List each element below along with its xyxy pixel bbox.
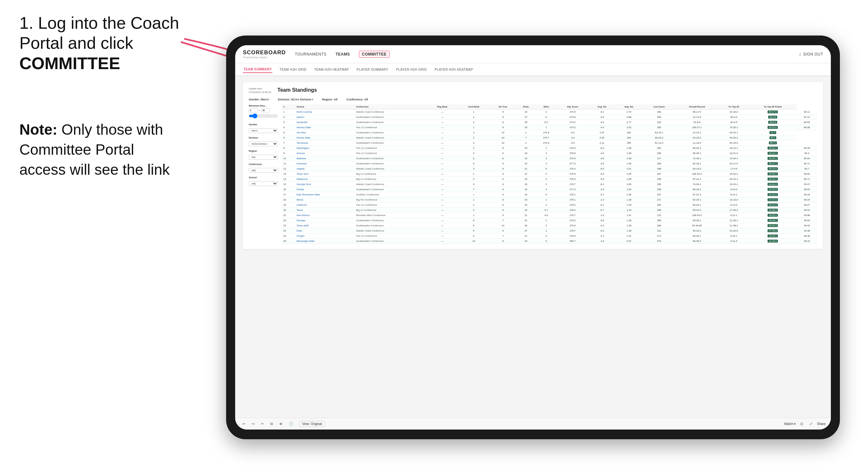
cell-school: Florida State <box>295 135 355 141</box>
cell-value: — <box>427 228 458 234</box>
cell-value: 60.04 <box>797 156 817 161</box>
cell-value: 109-24-2 <box>676 213 718 218</box>
cell-value: 6 <box>536 166 557 172</box>
cell-value: 48.27 <box>797 203 817 208</box>
cell-value: 97-21-1 <box>676 177 718 182</box>
cell-top50-points: 43-23-1 <box>749 125 797 130</box>
cell-value: 23-11-0 <box>718 161 749 166</box>
cell-school: Georgia Tech <box>295 182 355 187</box>
cell-value: 1 <box>536 228 557 234</box>
toolbar-undo[interactable]: ↩ <box>240 421 247 427</box>
cell-value: — <box>427 161 458 166</box>
cell-conference: Pac-12 Conference <box>354 151 427 156</box>
cell-value: 268 <box>643 161 676 166</box>
sub-nav-player-h2h-grid[interactable]: PLAYER H2H GRID <box>395 66 427 73</box>
conference-filter-select[interactable]: (All) <box>249 168 278 173</box>
sub-nav-team-h2h-grid[interactable]: TEAM H2H GRID <box>279 66 307 73</box>
cell-value: -3.5 <box>589 172 615 177</box>
cell-value: 11-29-1 <box>718 218 749 223</box>
cell-rank: 1 <box>282 110 295 115</box>
division-filter-select[interactable]: NCAA Division I <box>249 142 278 146</box>
cell-value: 21 <box>516 166 536 172</box>
toolbar-watch-button[interactable]: Watch ▾ <box>784 422 796 426</box>
cell-value: 5 <box>458 234 490 239</box>
cell-rank: 20 <box>282 208 295 213</box>
cell-value: 2 <box>536 177 557 182</box>
toolbar-icon1[interactable]: ⊡ <box>798 421 805 427</box>
toolbar-icon2[interactable]: ⤢ <box>808 421 814 427</box>
table-row: 8WashingtonPac-12 Conference—28231276.3-… <box>282 146 817 151</box>
cell-value: 100-27-1 <box>676 125 718 130</box>
cell-top50-points: 30-15-1 <box>749 177 797 182</box>
school-filter-select[interactable]: (All) <box>249 181 278 186</box>
cell-value: 1.63 <box>615 187 643 192</box>
cell-value: 268 <box>643 166 676 172</box>
cell-value: 0.7 <box>536 208 557 213</box>
sub-nav-player-summary[interactable]: PLAYER SUMMARY <box>356 66 389 73</box>
cell-value: 9 <box>490 213 516 218</box>
cell-value: — <box>427 182 458 187</box>
sub-nav-team-h2h-heatmap[interactable]: TEAM H2H HEATMAP <box>314 66 349 73</box>
toolbar-redo[interactable]: ↪ <box>250 421 256 427</box>
cell-value: 0.8 <box>536 213 557 218</box>
cell-top50-points: 39-20-1 <box>749 146 797 151</box>
cell-value: 96-29-2 <box>643 135 676 141</box>
cell-value: 9 <box>490 177 516 182</box>
cell-value: — <box>427 141 458 146</box>
cell-value: -4.6 <box>589 151 615 156</box>
min-rounds-min[interactable] <box>249 108 258 113</box>
nav-committee[interactable]: COMMITTEE <box>359 51 390 58</box>
gender-label: Gender: <box>249 98 260 101</box>
cell-value: -3.8 <box>589 218 615 223</box>
nav-tournaments[interactable]: TOURNAMENTS <box>295 51 327 58</box>
filter-min-rounds: Minimum Rou... – <box>249 104 278 120</box>
toolbar-view-button[interactable]: View: Original <box>299 421 325 427</box>
sub-nav-team-summary[interactable]: TEAM SUMMARY <box>243 66 272 73</box>
cell-value: 88-17-0 <box>676 110 718 115</box>
cell-value: 9 <box>490 208 516 213</box>
toolbar-cut[interactable]: ✂ <box>259 421 266 427</box>
cell-value: 221 <box>643 228 676 234</box>
cell-value: 2 <box>536 203 557 208</box>
cell-value: 2.88 <box>615 115 643 120</box>
cell-value: — <box>427 166 458 172</box>
cell-value: 79-25-1 <box>718 125 749 130</box>
toolbar-copy[interactable]: ⧉ <box>269 421 275 427</box>
region-filter-select[interactable]: N/A All <box>249 155 278 160</box>
cell-value: 2 <box>516 141 536 146</box>
min-rounds-max[interactable] <box>261 108 270 113</box>
cell-top50-points: 44-24-1 <box>749 182 797 187</box>
cell-value: 1.85 <box>615 182 643 187</box>
toolbar-share-button[interactable]: Share <box>817 422 826 426</box>
cell-value: 30-4-0 <box>718 115 749 120</box>
filter-division: Division: NCAA Division I <box>278 98 313 101</box>
cell-value: 279.9 <box>557 223 589 228</box>
nav-teams[interactable]: TEAMS <box>336 51 350 58</box>
cell-value: 260 <box>643 203 676 208</box>
cell-value: 6.2 <box>536 120 557 125</box>
cell-value: 271 <box>643 234 676 239</box>
sign-out-button[interactable]: Sign out <box>803 51 823 58</box>
cell-value: — <box>427 239 458 244</box>
cell-top50-points: 69.3 <box>749 135 797 141</box>
cell-top50-points: 40-33-2 <box>749 172 797 177</box>
cell-conference: Atlantic Coast Conference <box>354 182 427 187</box>
cell-value: 6 <box>536 115 557 120</box>
toolbar-clock[interactable]: 🕐 <box>287 421 295 427</box>
cell-value: 2 <box>458 120 490 125</box>
toolbar-paste[interactable]: ⊕ <box>278 421 284 427</box>
col-wins: Wins <box>536 104 557 110</box>
sub-nav-player-h2h-heatmap[interactable]: PLAYER H2H HEATMAP <box>434 66 473 73</box>
gender-filter-select[interactable]: Men's Women's <box>249 128 278 133</box>
cell-value: 48.38 <box>797 234 817 239</box>
col-rnds: Rnds <box>516 104 536 110</box>
filter-region: Region: All <box>322 98 338 101</box>
cell-value: 262 <box>615 130 643 135</box>
cell-value: -3.6 <box>589 156 615 161</box>
cell-value: 1 <box>458 172 490 177</box>
toolbar-right: Watch ▾ ⊡ ⤢ Share <box>784 421 826 427</box>
cell-value: 275.7 <box>536 135 557 141</box>
cell-conference: Atlantic Coast Conference <box>354 228 427 234</box>
min-rounds-slider[interactable] <box>249 113 278 119</box>
cell-value: 259 <box>643 177 676 182</box>
